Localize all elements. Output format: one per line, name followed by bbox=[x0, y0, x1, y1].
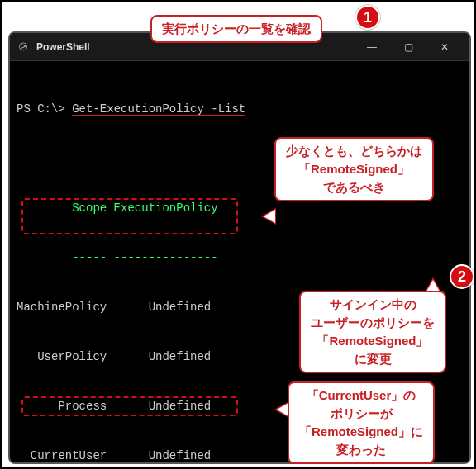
callout-tail bbox=[274, 401, 289, 418]
col-exec: ExecutionPolicy bbox=[107, 201, 217, 215]
powershell-icon: ⧁ bbox=[17, 40, 30, 54]
close-button[interactable]: ✕ bbox=[426, 35, 463, 59]
prompt: PS C:\> bbox=[17, 102, 72, 116]
callout-list-policies: 実行ポリシーの一覧を確認 bbox=[150, 15, 322, 43]
minimize-button[interactable]: — bbox=[354, 35, 390, 59]
callout-tail bbox=[261, 208, 276, 225]
badge-2: 2 bbox=[450, 264, 474, 289]
callout-change-user-policy: サインイン中の ユーザーのポリシーを 「RemoteSigned」 に変更 bbox=[299, 291, 446, 373]
col-dash-exec: --------------- bbox=[107, 251, 217, 264]
badge-1: 1 bbox=[355, 5, 380, 30]
col-dash-scope: ----- bbox=[17, 251, 107, 264]
callout-should-be-remotesigned: 少なくとも、どちらかは 「RemoteSigned」 であるべき bbox=[274, 137, 434, 201]
maximize-button[interactable]: ▢ bbox=[390, 35, 426, 59]
callout-tail bbox=[425, 277, 441, 292]
col-scope: Scope bbox=[17, 201, 107, 215]
command-get-policy-1: Get-ExecutionPolicy -List bbox=[72, 102, 245, 116]
callout-currentuser-changed: 「CurrentUser」の ポリシーが 「RemoteSigned」に 変わっ… bbox=[288, 381, 435, 464]
